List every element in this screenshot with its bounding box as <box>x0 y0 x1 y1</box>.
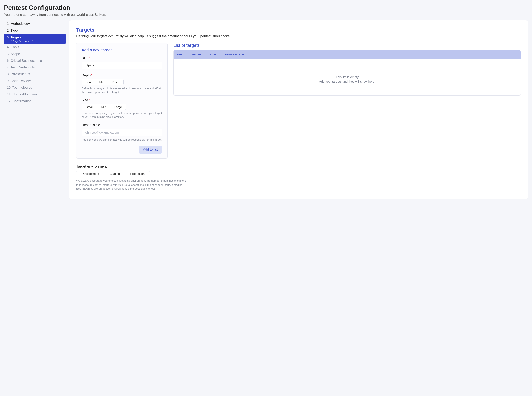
environment-options: Development Staging Production <box>76 171 150 177</box>
list-title: List of targets <box>173 43 521 48</box>
target-list-box: URL DEPTH SIZE RESPONSIBLE This list is … <box>173 50 521 96</box>
main-panel: Targets Defining your targets accurately… <box>69 20 528 199</box>
sidebar-item-confirmation[interactable]: 12. Confirmation <box>4 98 65 105</box>
url-label: URL* <box>82 56 162 60</box>
empty-line2: Add your targets and they will show here… <box>178 79 517 84</box>
target-list-panel: List of targets URL DEPTH SIZE RESPONSIB… <box>173 43 521 96</box>
empty-state: This list is empty Add your targets and … <box>174 59 521 88</box>
sidebar-item-targets[interactable]: 3. Targets A target is required <box>4 34 65 44</box>
section-title: Targets <box>76 27 521 33</box>
add-to-list-button[interactable]: Add to list <box>139 146 162 154</box>
size-option-large[interactable]: Large <box>110 104 126 110</box>
col-responsible: RESPONSIBLE <box>225 53 517 56</box>
size-options: Small Mid Large <box>82 104 126 110</box>
sidebar-item-sublabel: A target is required <box>7 40 63 43</box>
size-label: Size* <box>82 98 162 102</box>
responsible-input[interactable] <box>82 128 162 136</box>
empty-line1: This list is empty <box>178 75 517 79</box>
sidebar-item-goals[interactable]: 4. Goals <box>4 44 65 51</box>
env-option-staging[interactable]: Staging <box>104 171 125 177</box>
sidebar-item-critical-business-info[interactable]: 6. Critical Business Info <box>4 57 65 64</box>
page-title: Pentest Configuration <box>4 4 528 11</box>
page-subtitle: You are one step away from connecting wi… <box>4 13 528 17</box>
sidebar-item-type[interactable]: 2. Type <box>4 27 65 34</box>
col-size: SIZE <box>210 53 222 56</box>
depth-option-mid[interactable]: Mid <box>95 79 108 85</box>
sidebar-item-hours-allocation[interactable]: 11. Hours Allocation <box>4 91 65 98</box>
depth-helper: Define how many exploits are tested and … <box>82 87 162 94</box>
depth-options: Low Mid Deep <box>82 79 124 85</box>
sidebar: 1. Methodology 2. Type 3. Targets A targ… <box>4 20 65 105</box>
col-depth: DEPTH <box>192 53 207 56</box>
depth-label: Depth* <box>82 73 162 77</box>
target-list-header: URL DEPTH SIZE RESPONSIBLE <box>174 50 521 59</box>
size-option-small[interactable]: Small <box>82 104 97 110</box>
env-option-production[interactable]: Production <box>125 171 150 177</box>
depth-option-low[interactable]: Low <box>82 79 95 85</box>
env-option-development[interactable]: Development <box>76 171 104 177</box>
sidebar-item-technologies[interactable]: 10. Technologies <box>4 84 65 91</box>
size-option-mid[interactable]: Mid <box>97 104 110 110</box>
sidebar-item-code-review[interactable]: 9. Code Review <box>4 78 65 84</box>
environment-label: Target environment <box>76 164 521 169</box>
responsible-helper: Add someone we can contact who will be r… <box>82 138 162 142</box>
add-target-form: Add a new target URL* Depth* Low Mid Dee… <box>76 43 168 158</box>
responsible-label: Responsible <box>82 123 162 127</box>
sidebar-item-test-credentials[interactable]: 7. Test Credentials <box>4 64 65 71</box>
size-helper: How much complexity, logic, or different… <box>82 111 162 119</box>
section-description: Defining your targets accurately will al… <box>76 34 521 38</box>
url-input[interactable] <box>82 62 162 70</box>
sidebar-item-infrastructure[interactable]: 8. Infrastructure <box>4 71 65 78</box>
environment-helper: We always encourage you to test in a sta… <box>76 179 187 191</box>
col-url: URL <box>177 53 189 56</box>
depth-option-deep[interactable]: Deep <box>108 79 124 85</box>
form-title: Add a new target <box>82 48 162 52</box>
sidebar-item-scope[interactable]: 5. Scope <box>4 51 65 57</box>
sidebar-item-methodology[interactable]: 1. Methodology <box>4 20 65 27</box>
sidebar-item-label: 3. Targets <box>7 35 21 39</box>
